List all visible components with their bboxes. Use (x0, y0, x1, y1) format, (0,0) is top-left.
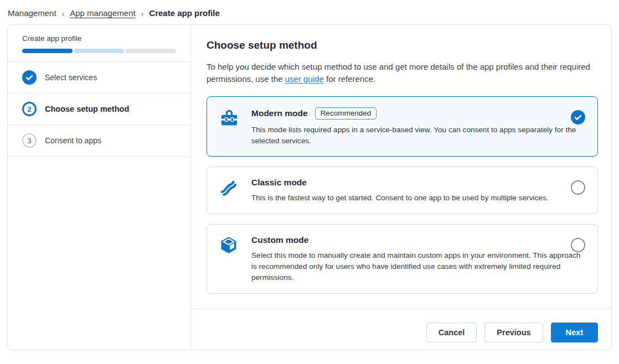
wizard-sidebar: Create app profile Select services 2 Cho… (8, 25, 191, 350)
option-body: Custom mode Select this mode to manually… (251, 235, 585, 284)
step-select-services[interactable]: Select services (8, 62, 190, 93)
setup-method-options: Modern mode Recommended This mode lists … (207, 96, 598, 294)
step-number-badge: 2 (22, 102, 37, 116)
cube-icon (219, 235, 240, 284)
swoosh-icon (219, 178, 240, 204)
progress-section: Create app profile (8, 25, 190, 62)
progress-segment-upcoming (126, 49, 176, 53)
progress-bar (22, 49, 176, 53)
next-button[interactable]: Next (551, 323, 598, 342)
step-choose-setup-method[interactable]: 2 Choose setup method (8, 93, 190, 125)
toolbox-icon (219, 107, 240, 147)
breadcrumb-management[interactable]: Management (8, 8, 56, 18)
option-description: This mode lists required apps in a servi… (251, 124, 585, 147)
cancel-button[interactable]: Cancel (426, 323, 477, 342)
progress-segment-completed (22, 49, 73, 53)
user-guide-link[interactable]: user guide (285, 74, 324, 84)
radio-unselected[interactable] (571, 180, 585, 195)
step-label: Consent to apps (45, 136, 101, 145)
wizard-panel: Create app profile Select services 2 Cho… (7, 24, 612, 350)
chevron-right-icon: › (141, 8, 144, 18)
step-consent-to-apps[interactable]: 3 Consent to apps (8, 125, 190, 157)
wizard-footer: Cancel Previous Next (191, 309, 611, 342)
option-card-classic-mode[interactable]: Classic mode This is the fastest way to … (207, 167, 598, 214)
description-text: for reference. (324, 74, 375, 84)
chevron-right-icon: › (62, 8, 65, 18)
radio-unselected[interactable] (571, 238, 585, 252)
sidebar-filler (8, 157, 190, 350)
option-description: This is the fastest way to get started. … (251, 193, 548, 204)
step-label: Choose setup method (45, 105, 129, 113)
recommended-badge: Recommended (315, 107, 377, 119)
breadcrumb-create-app-profile: Create app profile (149, 8, 220, 18)
description-text: To help you decide which setup method to… (207, 62, 590, 84)
previous-button[interactable]: Previous (484, 323, 543, 342)
breadcrumb: Management › App management › Create app… (0, 0, 619, 24)
step-completed-check-icon (22, 70, 37, 85)
page-title: Choose setup method (207, 39, 598, 51)
option-title: Classic mode (251, 178, 307, 188)
option-title: Custom mode (251, 235, 308, 245)
progress-segment-current (74, 49, 125, 53)
wizard-content: Choose setup method To help you decide w… (191, 25, 611, 350)
radio-selected-check-icon[interactable] (571, 110, 585, 124)
option-card-modern-mode[interactable]: Modern mode Recommended This mode lists … (207, 96, 598, 157)
progress-title: Create app profile (22, 34, 176, 43)
option-body: Modern mode Recommended This mode lists … (251, 107, 585, 147)
option-body: Classic mode This is the fastest way to … (251, 178, 548, 204)
step-label: Select services (45, 73, 97, 82)
option-card-custom-mode[interactable]: Custom mode Select this mode to manually… (207, 224, 598, 294)
option-title: Modern mode (251, 108, 308, 118)
breadcrumb-app-management[interactable]: App management (70, 8, 135, 18)
page-description: To help you decide which setup method to… (207, 61, 598, 85)
step-number-badge: 3 (22, 133, 37, 148)
option-description: Select this mode to manually create and … (251, 250, 585, 284)
